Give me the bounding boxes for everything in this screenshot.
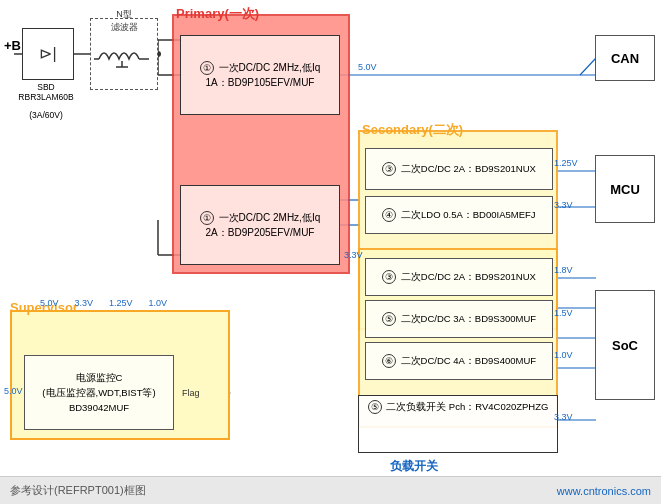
primary-block-1-text: ① 一次DC/DC 2MHz,低Iq 1A：BD9P105EFV/MUF bbox=[200, 60, 320, 90]
sup-volt-4: 1.0V bbox=[149, 298, 168, 308]
secondary-block-1: ③ 二次DC/DC 2A：BD9S201NUX bbox=[365, 148, 553, 190]
sup-volt-2: 3.3V bbox=[75, 298, 94, 308]
website-text: www.cntronics.com bbox=[557, 485, 651, 497]
secondary-block-2-text: ④ 二次LDO 0.5A：BD00IA5MEFJ bbox=[382, 208, 535, 222]
supervisor-inner-text: 电源监控C (电压监控器,WDT,BIST等) BD39042MUF bbox=[42, 370, 155, 416]
primary-label: Primary(一次) bbox=[176, 5, 259, 23]
primary-block-2-text: ① 一次DC/DC 2MHz,低Iq 2A：BD9P205EFV/MUF bbox=[200, 210, 320, 240]
sup-volt-1: 5.0V bbox=[40, 298, 59, 308]
secondary-block-1-text: ③ 二次DC/DC 2A：BD9S201NUX bbox=[382, 162, 536, 176]
supervisor-inner: 电源监控C (电压监控器,WDT,BIST等) BD39042MUF bbox=[24, 355, 174, 430]
secondary-block-3: ③ 二次DC/DC 2A：BD9S201NUX bbox=[365, 258, 553, 296]
inductor-svg bbox=[94, 39, 154, 69]
sup-input-volt: 5.0V bbox=[4, 386, 23, 396]
secondary-block-4: ⑤ 二次DC/DC 3A：BD9S300MUF bbox=[365, 300, 553, 338]
bottom-bar: 参考设计(REFRPT001)框图 www.cntronics.com bbox=[0, 476, 661, 504]
mcu-volt-1: 1.25V bbox=[554, 158, 578, 168]
flag-label: Flag bbox=[182, 388, 200, 398]
load-switch-box: ⑤ 二次负载开关 Pch：RV4C020ZPHZG bbox=[358, 395, 558, 453]
soc-volt-in: 3.3V bbox=[344, 250, 363, 260]
sec-block-3-num: ③ bbox=[382, 270, 396, 284]
ref-text: 参考设计(REFRPT001)框图 bbox=[10, 483, 146, 498]
plus-b-label: +B bbox=[4, 38, 21, 53]
mcu-label: MCU bbox=[610, 182, 640, 197]
primary-block-2: ① 一次DC/DC 2MHz,低Iq 2A：BD9P205EFV/MUF bbox=[180, 185, 340, 265]
sup-volt-3: 1.25V bbox=[109, 298, 133, 308]
soc-output-block: SoC bbox=[595, 290, 655, 400]
svg-line-7 bbox=[580, 58, 596, 75]
load-switch-label: 负载开关 bbox=[390, 458, 438, 475]
secondary-block-4-text: ⑤ 二次DC/DC 3A：BD9S300MUF bbox=[382, 312, 536, 326]
secondary-block-5: ⑥ 二次DC/DC 4A：BD9S400MUF bbox=[365, 342, 553, 380]
soc-volt-2: 1.5V bbox=[554, 308, 573, 318]
load-switch-num: ⑤ bbox=[368, 400, 382, 414]
sec-block-1-num: ③ bbox=[382, 162, 396, 176]
sbd-component: ⊳| bbox=[22, 28, 74, 80]
sec-block-2-num: ④ bbox=[382, 208, 396, 222]
sec-block-5-num: ⑥ bbox=[382, 354, 396, 368]
mcu-volt-2: 3.3V bbox=[554, 200, 573, 210]
secondary-label: Secondary(二次) bbox=[362, 121, 463, 139]
primary-block-1-num: ① bbox=[200, 61, 214, 75]
soc-volt-3: 1.0V bbox=[554, 350, 573, 360]
supervisor-volt-labels: 5.0V 3.3V 1.25V 1.0V bbox=[40, 298, 167, 308]
diode-icon: ⊳| bbox=[39, 46, 56, 62]
sec-block-4-num: ⑤ bbox=[382, 312, 396, 326]
sbd-rating: (3A/60V) bbox=[10, 110, 82, 120]
primary-block-2-num: ① bbox=[200, 211, 214, 225]
soc-label: SoC bbox=[612, 338, 638, 353]
primary-block-1: ① 一次DC/DC 2MHz,低Iq 1A：BD9P105EFV/MUF bbox=[180, 35, 340, 115]
load-switch-text: ⑤ 二次负载开关 Pch：RV4C020ZPHZG bbox=[359, 396, 557, 418]
secondary-block-2: ④ 二次LDO 0.5A：BD00IA5MEFJ bbox=[365, 196, 553, 234]
mcu-block: MCU bbox=[595, 155, 655, 223]
secondary-block-5-text: ⑥ 二次DC/DC 4A：BD9S400MUF bbox=[382, 354, 536, 368]
can-block: CAN bbox=[595, 35, 655, 81]
soc-volt-1: 1.8V bbox=[554, 265, 573, 275]
filter-label: N型 滤波器 bbox=[95, 8, 153, 34]
secondary-block-3-text: ③ 二次DC/DC 2A：BD9S201NUX bbox=[382, 270, 536, 284]
soc-volt-4: 3.3V bbox=[554, 412, 573, 422]
sbd-label: SBD RBR3LAM60B bbox=[10, 82, 82, 102]
diagram-container: +B ⊳| SBD RBR3LAM60B (3A/60V) N型 滤波器 Pri… bbox=[0, 0, 661, 504]
can-label: CAN bbox=[611, 51, 639, 66]
can-volt-label: 5.0V bbox=[358, 62, 377, 72]
